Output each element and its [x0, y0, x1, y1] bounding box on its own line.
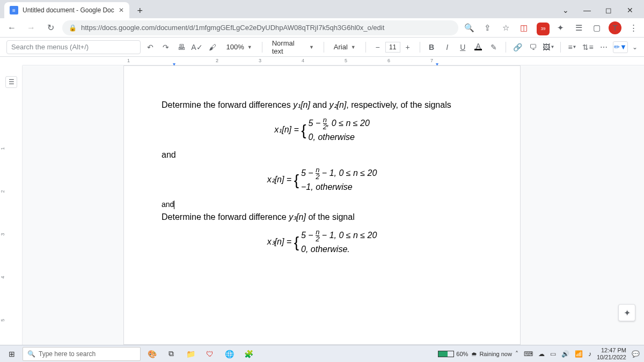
- text-cursor: [174, 201, 174, 209]
- docs-favicon: ≡: [10, 6, 18, 14]
- print-icon[interactable]: 🖶: [175, 41, 187, 54]
- url-text: https://docs.google.com/document/d/1mfgm…: [81, 24, 384, 32]
- link-icon[interactable]: 🔗: [511, 41, 524, 54]
- redo-icon[interactable]: ↷: [159, 41, 172, 54]
- browser-tab-strip: ≡ Untitled document - Google Doc ✕ + ⌄ —…: [0, 0, 644, 18]
- underline-button[interactable]: U: [457, 41, 469, 54]
- extension-badge-icon[interactable]: 🛍39: [536, 21, 548, 34]
- document-page[interactable]: Determine the forward differences y₁[n] …: [123, 65, 521, 345]
- kebab-menu-icon[interactable]: ⋮: [627, 21, 640, 34]
- close-window-icon[interactable]: ✕: [620, 2, 640, 18]
- puzzle-icon[interactable]: ✦: [554, 21, 567, 34]
- onedrive-icon[interactable]: ☁: [538, 350, 545, 358]
- left-gutter: ☰ 1 2 3 4 5: [0, 65, 23, 345]
- vertical-ruler[interactable]: 1 2 3 4 5: [0, 98, 6, 345]
- text-color-button[interactable]: A: [472, 41, 485, 54]
- style-select[interactable]: Normal text▼: [268, 41, 318, 54]
- text-and-1: and: [162, 148, 482, 162]
- star-icon[interactable]: ☆: [499, 21, 512, 34]
- minimize-icon[interactable]: —: [577, 2, 597, 18]
- lock-icon: 🔒: [69, 24, 77, 32]
- search-menus-input[interactable]: Search the menus (Alt+/): [6, 40, 141, 54]
- line-spacing-icon[interactable]: ⇅≡: [582, 41, 594, 54]
- horizontal-ruler[interactable]: ▾ 1 2 3 4 5 6 7 ▾: [23, 57, 644, 65]
- security-icon[interactable]: 🛡: [202, 346, 218, 361]
- docs-toolbar: Search the menus (Alt+/) ↶ ↷ 🖶 A✓ 🖌 100%…: [0, 38, 644, 57]
- battery-indicator[interactable]: 60%: [438, 351, 468, 357]
- file-explorer-icon[interactable]: 📁: [182, 346, 199, 361]
- increase-font-icon[interactable]: +: [401, 41, 414, 54]
- side-panel-icon[interactable]: ▢: [590, 21, 603, 34]
- document-content[interactable]: Determine the forward differences y₁[n] …: [162, 98, 482, 256]
- weather-icon: 🌧: [471, 351, 477, 357]
- reading-list-icon[interactable]: ☰: [572, 21, 585, 34]
- equation-x1: x₁[n] = { 5 − n2, 0 ≤ n ≤ 20 0, otherwis…: [162, 116, 482, 144]
- collapse-toolbar-icon[interactable]: ⌄: [632, 43, 638, 51]
- align-icon[interactable]: ≡▼: [566, 41, 579, 54]
- explore-button[interactable]: ✦: [618, 304, 635, 321]
- system-tray: ˄ ⌨ ☁ ▭ 🔊 📶 ♪ 12:47 PM 10/21/2022 💬: [515, 347, 640, 361]
- highlight-button[interactable]: ✎: [488, 41, 500, 54]
- ime-icon[interactable]: ♪: [588, 350, 591, 358]
- start-button[interactable]: ⊞: [4, 346, 19, 361]
- volume-icon[interactable]: 🔊: [561, 350, 569, 358]
- spellcheck-icon[interactable]: A✓: [191, 41, 203, 54]
- extension-icon[interactable]: ◫: [517, 21, 530, 34]
- reload-button[interactable]: ↻: [43, 20, 58, 35]
- app-icon[interactable]: 🧩: [240, 346, 257, 361]
- undo-icon[interactable]: ↶: [144, 41, 156, 54]
- comment-icon[interactable]: 🗨: [527, 41, 539, 54]
- editing-mode-button[interactable]: ✏ ▼: [613, 41, 628, 53]
- new-tab-button[interactable]: +: [133, 3, 148, 18]
- address-bar: ← → ↻ 🔒 https://docs.google.com/document…: [0, 18, 644, 38]
- font-select[interactable]: Arial▼: [330, 41, 360, 54]
- maximize-icon[interactable]: ◻: [599, 2, 618, 18]
- browser-tab[interactable]: ≡ Untitled document - Google Doc ✕: [4, 2, 129, 18]
- decrease-font-icon[interactable]: −: [371, 41, 384, 54]
- network-icon[interactable]: 📶: [575, 350, 583, 358]
- close-tab-icon[interactable]: ✕: [119, 6, 124, 14]
- keyboard-icon[interactable]: ⌨: [524, 350, 533, 358]
- document-viewport: ☰ 1 2 3 4 5 Determine the forward differ…: [0, 65, 644, 345]
- taskbar-search-input[interactable]: 🔍 Type here to search: [23, 347, 141, 361]
- forward-button[interactable]: →: [24, 20, 39, 35]
- back-button[interactable]: ←: [4, 20, 19, 35]
- task-view-icon[interactable]: ⧉: [163, 346, 179, 361]
- image-icon[interactable]: 🖼▼: [543, 41, 555, 54]
- taskbar-clock[interactable]: 12:47 PM 10/21/2022: [597, 347, 626, 361]
- tray-chevron-icon[interactable]: ˄: [515, 350, 518, 358]
- dropdown-icon[interactable]: ⌄: [556, 2, 575, 18]
- bold-button[interactable]: B: [426, 41, 438, 54]
- chrome-icon[interactable]: 🌐: [221, 346, 237, 361]
- zoom-select[interactable]: 100%▼: [222, 41, 257, 54]
- fontsize-stepper[interactable]: − 11 +: [371, 41, 414, 54]
- weather-widget[interactable]: 🌧 Raining now: [471, 351, 512, 357]
- search-icon: 🔍: [27, 350, 35, 358]
- outline-toggle-icon[interactable]: ☰: [5, 76, 17, 88]
- paint-format-icon[interactable]: 🖌: [207, 41, 219, 54]
- more-icon[interactable]: ⋯: [597, 41, 610, 54]
- window-controls: ⌄ — ◻ ✕: [556, 2, 640, 18]
- taskbar-app-1[interactable]: 🎨: [144, 346, 160, 361]
- windows-taskbar: ⊞ 🔍 Type here to search 🎨 ⧉ 📁 🛡 🌐 🧩 60% …: [0, 345, 644, 362]
- url-input[interactable]: 🔒 https://docs.google.com/document/d/1mf…: [62, 20, 458, 35]
- equation-x2: x₂[n] = { 5 − n2 − 1, 0 ≤ n ≤ 20 −1, oth…: [162, 166, 482, 194]
- battery-icon[interactable]: ▭: [550, 350, 556, 358]
- equation-x3: x₃[n] = { 5 − n2 − 1, 0 ≤ n ≤ 20 0, othe…: [162, 228, 482, 256]
- notifications-icon[interactable]: 💬: [632, 350, 640, 358]
- profile-avatar[interactable]: T: [609, 21, 621, 34]
- italic-button[interactable]: I: [441, 41, 453, 54]
- search-icon[interactable]: 🔍: [463, 21, 475, 34]
- tab-title: Untitled document - Google Doc: [23, 6, 114, 14]
- share-icon[interactable]: ⇪: [481, 21, 494, 34]
